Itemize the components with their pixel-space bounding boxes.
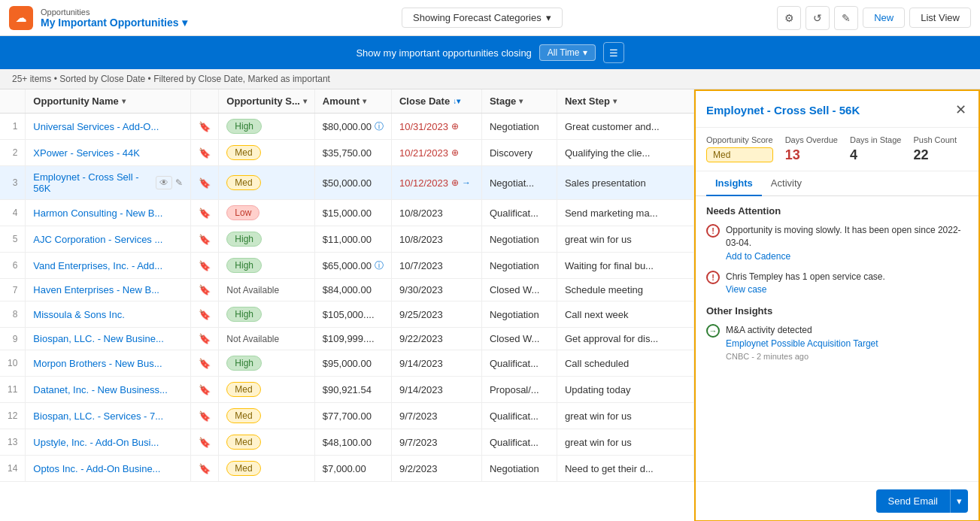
opp-name-link[interactable]: Haven Enterprises - New B... [33, 284, 159, 295]
tab-activity[interactable]: Activity [762, 171, 811, 196]
opp-name-link[interactable]: Morpon Brothers - New Bus... [33, 358, 162, 369]
amount-cell: $80,000.00ⓘ [314, 114, 391, 140]
score-cell: Not Available [219, 279, 315, 301]
table-row[interactable]: 4Harmon Consulting - New B...🔖Low$15,000… [0, 200, 694, 226]
view-case-link[interactable]: View case [726, 284, 885, 295]
path-icon[interactable]: → [462, 177, 471, 188]
opp-name-cell: AJC Corporation - Services ... [26, 226, 191, 253]
table-row[interactable]: 1Universal Services - Add-O...🔖High$80,0… [0, 114, 694, 140]
close-date-sort-icon: ↓▾ [453, 97, 460, 105]
col-close-date[interactable]: Close Date ↓▾ [391, 89, 481, 114]
score-cell: Low [219, 200, 315, 226]
table-container[interactable]: Opportunity Name ▾ Opportunity S... ▾ [0, 89, 694, 521]
gear-button[interactable]: ⚙ [777, 6, 801, 30]
table-row[interactable]: 5AJC Corporation - Services ...🔖High$11,… [0, 226, 694, 253]
bookmark-icon[interactable]: 🔖 [199, 147, 211, 159]
insight-item-2: ! Chris Templey has 1 open service case.… [706, 271, 968, 295]
opp-name-link[interactable]: Employnet - Cross Sell - 56K [33, 171, 153, 194]
table-row[interactable]: 6Vand Enterprises, Inc. - Add...🔖High$65… [0, 253, 694, 279]
edit-row-icon[interactable]: ✎ [175, 177, 183, 188]
amount-info-icon[interactable]: ⓘ [375, 120, 384, 133]
stage-cell: Negotiation [481, 114, 557, 140]
col-opp-name[interactable]: Opportunity Name ▾ [26, 89, 191, 114]
opp-name-cell: Datanet, Inc. - New Business... [26, 377, 191, 403]
close-date-cell: 10/8/2023 [391, 226, 481, 253]
col-next-step[interactable]: Next Step ▾ [557, 89, 693, 114]
new-button[interactable]: New [863, 8, 905, 28]
opp-name-link[interactable]: Biospan, LLC. - Services - 7... [33, 410, 163, 422]
opp-name-link[interactable]: Biospan, LLC. - New Busine... [33, 333, 163, 344]
send-email-button[interactable]: Send Email [876, 489, 950, 513]
opp-name-link[interactable]: Harmon Consulting - New B... [33, 207, 162, 219]
bookmark-icon[interactable]: 🔖 [199, 384, 211, 395]
opp-name-link[interactable]: Upstyle, Inc. - Add-On Busi... [33, 437, 159, 448]
app-title-dropdown-icon[interactable]: ▾ [182, 17, 187, 29]
table-row[interactable]: 8Missoula & Sons Inc.🔖High$105,000....9/… [0, 301, 694, 328]
stage-value: Discovery [490, 147, 532, 159]
score-cell: Med [219, 456, 315, 482]
bookmark-icon[interactable]: 🔖 [199, 177, 211, 189]
refresh-button[interactable]: ↺ [806, 6, 830, 30]
close-date-value: 10/31/2023 [399, 121, 448, 132]
stage-value: Negotiation [490, 234, 539, 245]
opp-name-cell: Employnet - Cross Sell - 56K👁✎ [26, 166, 191, 200]
table-row[interactable]: 9Biospan, LLC. - New Busine...🔖Not Avail… [0, 328, 694, 350]
stage-cell: Qualificat... [481, 350, 557, 377]
close-panel-button[interactable]: ✕ [954, 100, 968, 120]
opp-name-link[interactable]: Universal Services - Add-O... [33, 121, 159, 132]
bookmark-icon[interactable]: 🔖 [199, 234, 211, 245]
forecast-categories-button[interactable]: Showing Forecast Categories ▾ [402, 8, 563, 28]
list-view-button[interactable]: List View [909, 8, 971, 28]
preview-icon[interactable]: 👁 [156, 176, 172, 189]
score-badge: High [226, 307, 262, 322]
blue-bar-menu-icon[interactable]: ☰ [603, 42, 624, 63]
close-date-cell: 10/7/2023 [391, 253, 481, 279]
col-amount[interactable]: Amount ▾ [314, 89, 391, 114]
opp-name-link[interactable]: Datanet, Inc. - New Business... [33, 384, 167, 395]
bookmark-icon[interactable]: 🔖 [199, 463, 211, 474]
bookmark-icon[interactable]: 🔖 [199, 437, 211, 448]
table-row[interactable]: 12Biospan, LLC. - Services - 7...🔖Med$77… [0, 403, 694, 429]
next-step-cell: great win for us [557, 403, 693, 429]
next-step-value: Call next week [565, 309, 629, 320]
bookmark-icon[interactable]: 🔖 [199, 309, 211, 320]
next-step-cell: Schedule meeting [557, 279, 693, 301]
send-email-dropdown-button[interactable]: ▾ [950, 489, 968, 513]
add-to-cadence-link[interactable]: Add to Cadence [726, 251, 968, 262]
bookmark-icon[interactable]: 🔖 [199, 207, 211, 219]
col-num [0, 89, 26, 114]
row-number: 4 [0, 200, 26, 226]
table-row[interactable]: 7Haven Enterprises - New B...🔖Not Availa… [0, 279, 694, 301]
stage-cell: Discovery [481, 140, 557, 166]
bookmark-icon[interactable]: 🔖 [199, 333, 211, 344]
opp-name-link[interactable]: AJC Corporation - Services ... [33, 234, 162, 245]
opp-name-link[interactable]: Vand Enterprises, Inc. - Add... [33, 260, 162, 271]
table-row[interactable]: 13Upstyle, Inc. - Add-On Busi...🔖Med$48,… [0, 429, 694, 456]
opp-name-cell: Optos Inc. - Add-On Busine... [26, 456, 191, 482]
col-opp-score-label: Opportunity S... [226, 95, 300, 107]
col-stage[interactable]: Stage ▾ [481, 89, 557, 114]
table-row[interactable]: 2XPower - Services - 44K🔖Med$35,750.0010… [0, 140, 694, 166]
ma-company-link[interactable]: Employnet Possible Acquisition Target [726, 338, 878, 349]
bookmark-icon[interactable]: 🔖 [199, 410, 211, 422]
all-time-button[interactable]: All Time ▾ [539, 44, 596, 61]
opp-name-link[interactable]: Missoula & Sons Inc. [33, 309, 124, 320]
amount-cell: $48,100.00 [314, 429, 391, 456]
bookmark-icon[interactable]: 🔖 [199, 358, 211, 369]
table-row[interactable]: 3Employnet - Cross Sell - 56K👁✎🔖Med$50,0… [0, 166, 694, 200]
amount-info-icon[interactable]: ⓘ [375, 259, 384, 272]
bookmark-icon[interactable]: 🔖 [199, 121, 211, 132]
tab-insights[interactable]: Insights [706, 171, 762, 196]
table-row[interactable]: 14Optos Inc. - Add-On Busine...🔖Med$7,00… [0, 456, 694, 482]
col-opp-score[interactable]: Opportunity S... ▾ [219, 89, 315, 114]
opp-name-link[interactable]: Optos Inc. - Add-On Busine... [33, 463, 160, 474]
days-overdue-value: 13 [785, 147, 838, 163]
table-row[interactable]: 11Datanet, Inc. - New Business...🔖Med$90… [0, 377, 694, 403]
bookmark-icon[interactable]: 🔖 [199, 284, 211, 295]
table-row[interactable]: 10Morpon Brothers - New Bus...🔖High$95,0… [0, 350, 694, 377]
edit-button[interactable]: ✎ [834, 6, 858, 30]
opp-name-link[interactable]: XPower - Services - 44K [33, 147, 140, 159]
bookmark-icon[interactable]: 🔖 [199, 260, 211, 271]
amount-cell: $35,750.00 [314, 140, 391, 166]
close-date-value: 10/8/2023 [399, 207, 443, 219]
